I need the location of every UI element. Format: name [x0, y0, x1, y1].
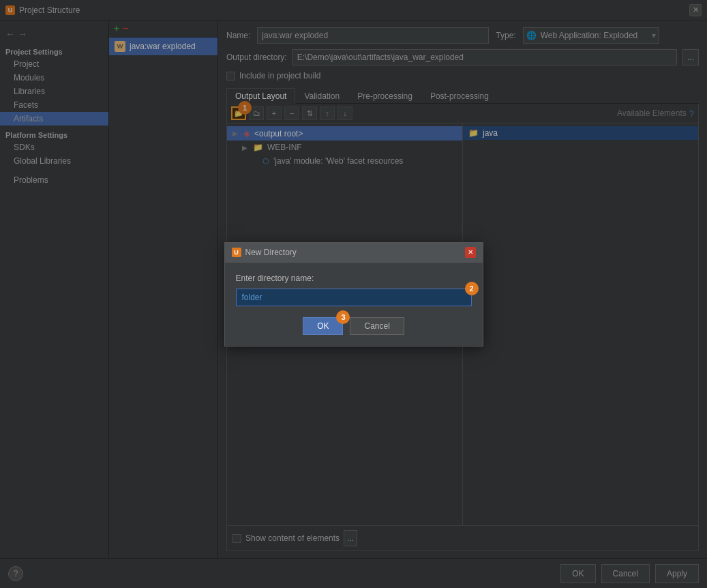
dialog-body: Enter directory name: 2 OK 3 Cancel	[225, 263, 483, 346]
new-directory-dialog: U New Directory ✕ Enter directory name: …	[224, 242, 483, 347]
dialog-title: U New Directory	[232, 248, 297, 257]
dialog-cancel-button[interactable]: Cancel	[350, 317, 404, 335]
dialog-titlebar: U New Directory ✕	[225, 243, 483, 263]
dialog-field-label: Enter directory name:	[236, 274, 472, 283]
dialog-buttons: OK 3 Cancel	[236, 317, 472, 335]
step3-circle: 3	[336, 310, 350, 324]
dialog-close-button[interactable]: ✕	[465, 247, 476, 258]
dialog-app-icon: U	[232, 248, 241, 257]
directory-name-input[interactable]	[236, 289, 472, 306]
step2-circle: 2	[465, 282, 479, 295]
dialog-input-container: 2	[236, 289, 472, 306]
dialog-overlay: U New Directory ✕ Enter directory name: …	[0, 0, 707, 588]
ok-btn-container: OK 3	[303, 317, 343, 335]
